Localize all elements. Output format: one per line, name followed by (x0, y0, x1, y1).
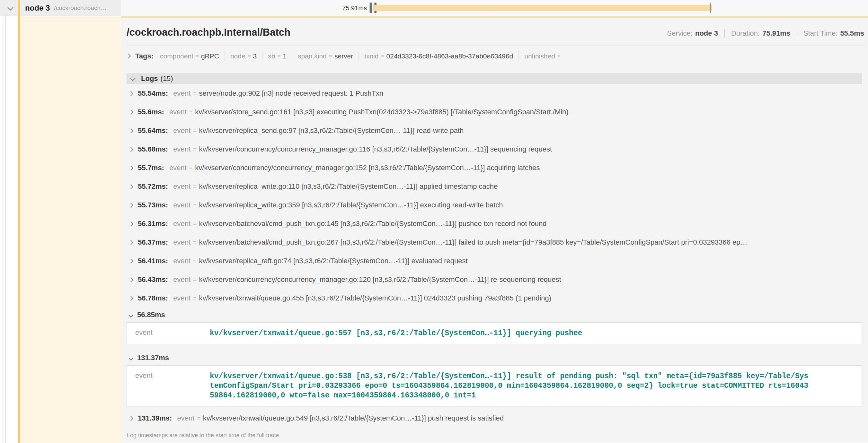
log-row[interactable]: 131.39ms:event=kv/kvserver/txnwait/queue… (127, 409, 862, 428)
log-message: kv/kvserver/batcheval/cmd_push_txn.go:26… (199, 238, 747, 246)
equals-icon: = (193, 220, 196, 227)
log-row[interactable]: 55.73ms:event=kv/kvserver/replica_write.… (127, 196, 862, 214)
log-message: kv/kvserver/replica_raft.go:74 [n3,s3,r6… (199, 257, 468, 265)
log-rows-list: 55.54ms:event=server/node.go:902 [n3] no… (121, 84, 868, 428)
log-field-key: event (169, 164, 187, 172)
log-row[interactable]: 55.7ms:event=kv/kvserver/concurrency/con… (127, 159, 862, 177)
equals-icon: = (189, 109, 193, 115)
log-row[interactable]: 55.64ms:event=kv/kvserver/replica_send.g… (127, 121, 862, 140)
log-time: 56.43ms: (138, 275, 168, 284)
chevron-down-icon[interactable] (128, 312, 134, 317)
log-message: kv/kvserver/replica_write.go:359 [n3,s3,… (199, 201, 503, 209)
event-field-key: event (127, 329, 210, 338)
equals-icon: = (193, 202, 196, 209)
chevron-right-icon[interactable] (128, 165, 134, 170)
tag-separator (262, 52, 262, 61)
chevron-right-icon[interactable] (126, 54, 131, 59)
log-row[interactable]: 55.54ms:event=server/node.go:902 [n3] no… (127, 84, 862, 103)
log-field-key: event (173, 201, 190, 209)
log-row[interactable]: 56.37ms:event=kv/kvserver/batcheval/cmd_… (127, 233, 862, 252)
log-time: 131.39ms: (138, 414, 172, 422)
tags-row[interactable]: Tags: component=gRPCnode=3sb=1span.kind=… (127, 46, 868, 66)
tag-equals-icon: = (329, 53, 332, 59)
log-field-key: event (173, 275, 190, 284)
tag-value: 024d3323-6c8f-4863-aa8b-37ab0e63496d (386, 52, 513, 60)
equals-icon: = (193, 128, 196, 134)
chevron-right-icon[interactable] (128, 91, 134, 96)
log-message: kv/kvserver/txnwait/queue.go:549 [n3,s3,… (203, 414, 504, 422)
span-service-name: node 3 (25, 3, 50, 12)
log-time: 131.37ms (137, 354, 169, 362)
chevron-down-icon[interactable] (7, 4, 13, 10)
chevron-down-icon[interactable] (128, 355, 134, 361)
start-time-meta-value: 55.5ms (840, 29, 864, 38)
tag-value: 1 (283, 52, 286, 60)
log-message: kv/kvserver/txnwait/queue.go:455 [n3,s3,… (199, 294, 552, 302)
log-row[interactable]: 56.31ms:event=kv/kvserver/batcheval/cmd_… (127, 214, 862, 233)
meta-divider (797, 29, 797, 38)
tag-item: sb=1 (268, 52, 286, 60)
panel-title: /cockroach.roachpb.Internal/Batch (127, 26, 290, 38)
log-message: kv/kvserver/batcheval/cmd_push_txn.go:14… (199, 219, 547, 228)
span-meta: Service:node 3 Duration:75.91ms Start Ti… (667, 29, 864, 38)
equals-icon: = (193, 258, 196, 265)
log-time: 56.37ms: (138, 238, 168, 246)
timeline-grid-line (306, 0, 306, 16)
chevron-right-icon[interactable] (128, 240, 134, 245)
log-time: 55.6ms: (138, 108, 164, 116)
chevron-right-icon[interactable] (128, 416, 134, 421)
logs-label: Logs (141, 74, 158, 83)
equals-icon: = (193, 239, 196, 246)
log-row[interactable]: 55.72ms:event=kv/kvserver/replica_write.… (127, 177, 862, 196)
chevron-right-icon[interactable] (128, 221, 134, 226)
log-message: kv/kvserver/replica_send.go:97 [n3,s3,r6… (199, 127, 464, 135)
tree-indent-guide (3, 16, 3, 443)
log-field-key: event (173, 219, 190, 228)
tag-equals-icon: = (277, 53, 280, 59)
chevron-right-icon[interactable] (128, 277, 134, 282)
span-operation-name: /cockroach.roach… (54, 4, 107, 11)
log-time: 55.7ms: (138, 164, 164, 172)
chevron-right-icon[interactable] (128, 147, 134, 152)
log-field-key: event (173, 238, 190, 246)
detail-header: /cockroach.roachpb.Internal/Batch Servic… (127, 26, 864, 38)
chevron-right-icon[interactable] (128, 259, 134, 264)
log-row[interactable]: 55.68ms:event=kv/kvserver/concurrency/co… (127, 140, 862, 159)
equals-icon: = (193, 146, 196, 153)
log-row[interactable]: 55.6ms:event=kv/kvserver/store_send.go:1… (127, 103, 862, 121)
duration-meta-value: 75.91ms (762, 29, 790, 38)
tag-item: component=gRPC (160, 52, 219, 60)
tag-key: unfinished (524, 52, 555, 60)
logs-footer-note: Log timestamps are relative to the start… (127, 430, 868, 440)
trace-span-row[interactable]: node 3 /cockroach.roach… 75.91ms (0, 0, 868, 16)
chevron-right-icon[interactable] (128, 203, 134, 208)
log-message: kv/kvserver/store_send.go:161 [n3,s3] ex… (195, 108, 568, 116)
tag-item: span.kind=server (298, 52, 353, 60)
tag-value: gRPC (201, 52, 219, 60)
equals-icon: = (193, 90, 196, 97)
tag-separator (359, 52, 359, 61)
chevron-right-icon[interactable] (128, 184, 134, 189)
log-row[interactable]: 56.41ms:event=kv/kvserver/replica_raft.g… (127, 252, 862, 270)
log-row[interactable]: 56.78ms:event=kv/kvserver/txnwait/queue.… (127, 289, 862, 308)
event-field-value: kv/kvserver/txnwait/queue.go:538 [n3,s3,… (210, 371, 809, 400)
log-time: 56.85ms (137, 311, 165, 319)
log-field-key: event (177, 414, 194, 422)
equals-icon: = (189, 165, 193, 171)
log-tick-icon (710, 3, 711, 13)
chevron-right-icon[interactable] (128, 109, 134, 114)
span-timeline[interactable]: 75.91ms (121, 0, 868, 16)
tag-key: sb (268, 52, 275, 60)
log-row[interactable]: 56.43ms:event=kv/kvserver/concurrency/co… (127, 270, 862, 289)
span-bar[interactable] (373, 5, 712, 11)
log-expanded-header[interactable]: 56.85ms (127, 308, 868, 322)
log-expanded-header[interactable]: 131.37ms (127, 350, 868, 365)
logs-section-header[interactable]: Logs (15) (127, 73, 862, 84)
chevron-right-icon[interactable] (128, 128, 134, 133)
chevron-down-icon[interactable] (130, 76, 135, 81)
meta-divider (724, 29, 725, 38)
log-event-box: eventkv/kvserver/txnwait/queue.go:538 [n… (127, 365, 862, 406)
log-field-key: event (173, 127, 190, 135)
tag-key: node (230, 52, 245, 60)
chevron-right-icon[interactable] (128, 296, 134, 301)
